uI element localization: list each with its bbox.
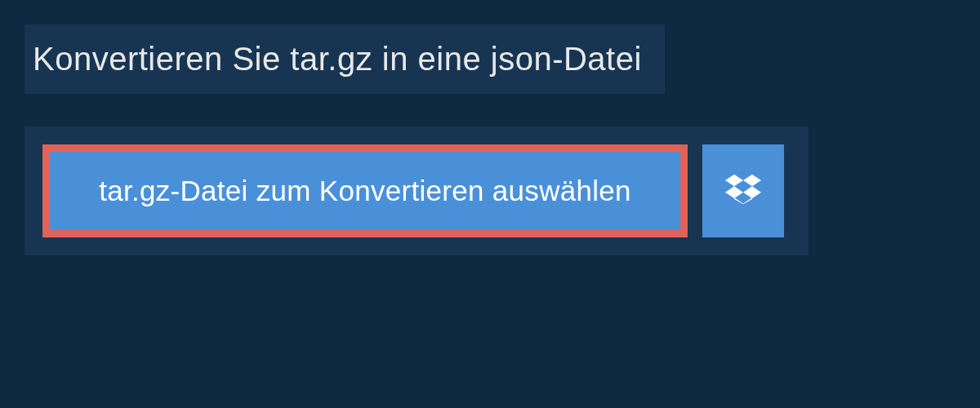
dropbox-button[interactable] bbox=[702, 144, 784, 237]
converter-panel: Konvertieren Sie tar.gz in eine json-Dat… bbox=[0, 0, 980, 280]
select-file-label: tar.gz-Datei zum Konvertieren auswählen bbox=[99, 175, 631, 206]
heading-container: Konvertieren Sie tar.gz in eine json-Dat… bbox=[24, 24, 665, 94]
select-file-button[interactable]: tar.gz-Datei zum Konvertieren auswählen bbox=[42, 144, 688, 237]
page-title: Konvertieren Sie tar.gz in eine json-Dat… bbox=[33, 41, 642, 78]
dropbox-icon bbox=[725, 171, 761, 211]
action-panel: tar.gz-Datei zum Konvertieren auswählen bbox=[24, 126, 808, 255]
